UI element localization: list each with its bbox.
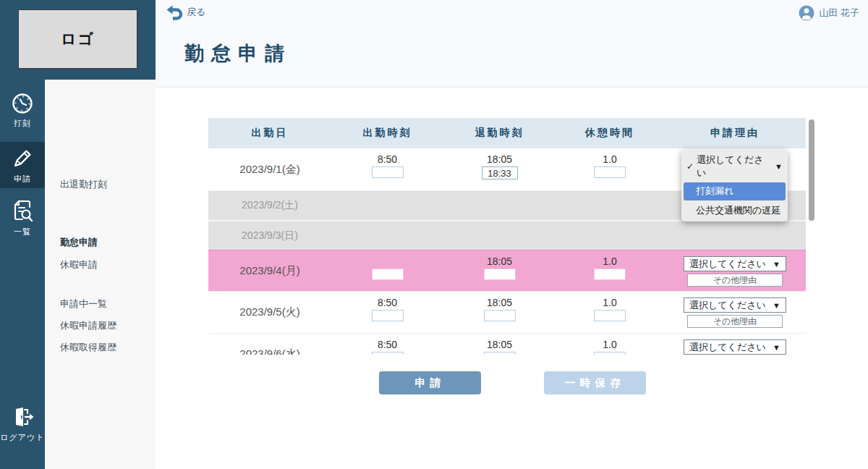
page-title: 勤怠申請 [184, 41, 292, 67]
back-arrow-icon [166, 4, 183, 20]
logout-icon [9, 405, 35, 430]
subnav-item-kyuka-shutoku-rireki[interactable]: 休暇取得履歴 [60, 341, 116, 354]
subnav-item-kyuka-shinsei-rireki[interactable]: 休暇申請履歴 [60, 319, 116, 332]
dropdown-option-placeholder[interactable]: ✓ 選択してください ▼ [681, 151, 788, 182]
clock-in-input[interactable] [372, 269, 404, 280]
break-time: 1.0 [603, 153, 616, 166]
clock-in-cell: 8:50 [331, 334, 443, 355]
date-cell: 2023/9/6(水) [208, 334, 331, 355]
logo: ロゴ [18, 9, 137, 69]
clock-in-time: 8:50 [378, 338, 397, 351]
clock-out-input[interactable] [482, 166, 518, 179]
reason-cell: 選択してください ▼ [664, 292, 806, 333]
date-cell: 2023/9/5(火) [208, 292, 331, 333]
clock-out-time: 18:05 [487, 255, 512, 268]
reason-select[interactable]: 選択してください ▼ [684, 339, 786, 355]
clock-in-time: 8:50 [378, 153, 397, 166]
clock-in-cell: 8:50 [331, 148, 443, 190]
clock-in-input[interactable] [372, 310, 404, 321]
rail-item-label: 打刻 [0, 118, 45, 129]
reason-dropdown-menu: ✓ 選択してください ▼ 打刻漏れ 公共交通機関の遅延 [681, 149, 788, 221]
table-scrollbar-thumb[interactable] [809, 119, 814, 221]
clock-out-time: 18:05 [487, 153, 512, 166]
clock-out-time: 18:05 [487, 338, 512, 351]
back-label: 戻る [187, 6, 205, 19]
table-header-row: 出勤日 出勤時刻 退勤時刻 休憩時間 申請理由 [208, 118, 806, 148]
brand-block: ロゴ [0, 0, 156, 80]
rail-item-ichiran[interactable]: 一覧 [0, 191, 45, 243]
table-row-highlighted: 2023/9/4(月) 18:05 1.0 選択してください ▼ [208, 250, 806, 291]
dropdown-arrow-icon: ▼ [773, 260, 780, 269]
logout-button[interactable]: ログアウト [0, 400, 45, 450]
subnav: 出退勤打刻 勤怠申請 休暇申請 申請中一覧 休暇申請履歴 休暇取得履歴 [45, 80, 156, 469]
break-time: 1.0 [603, 296, 616, 309]
break-cell: 1.0 [556, 148, 664, 190]
table-row: 2023/9/5(火) 8:50 18:05 1.0 選択してください ▼ [208, 291, 806, 333]
break-time: 1.0 [603, 338, 616, 351]
break-time: 1.0 [603, 255, 616, 268]
submit-button[interactable]: 申請 [379, 371, 481, 394]
save-draft-button[interactable]: 一時保存 [544, 371, 646, 394]
user-name: 山田 花子 [819, 7, 859, 20]
clock-in-cell [331, 250, 443, 291]
clock-out-cell: 18:05 [443, 148, 556, 190]
main-content: 戻る 山田 花子 勤怠申請 出勤日 出勤時刻 退勤時刻 休憩時間 申請理由 20… [156, 0, 868, 469]
clock-out-cell: 18:05 [443, 334, 556, 355]
rail-item-label: 一覧 [0, 227, 45, 237]
pencil-icon [9, 145, 35, 172]
clock-in-cell: 8:50 [331, 292, 443, 333]
dropdown-arrow-icon: ▼ [775, 162, 783, 171]
rail-item-shinsei[interactable]: 申請 [0, 142, 45, 188]
table-row: 2023/9/6(水) 8:50 18:05 1.0 選択してください ▼ [208, 333, 806, 355]
break-input[interactable] [594, 269, 626, 280]
check-icon: ✓ [686, 161, 694, 172]
dropdown-arrow-icon: ▼ [773, 343, 780, 352]
break-cell: 1.0 [556, 250, 664, 291]
list-search-icon [9, 197, 35, 224]
break-cell: 1.0 [556, 334, 664, 355]
col-header-clock-out: 退勤時刻 [443, 127, 556, 140]
clock-out-cell: 18:05 [443, 292, 556, 333]
logout-label: ログアウト [0, 432, 45, 443]
reason-select[interactable]: 選択してください ▼ [684, 297, 786, 313]
rail-item-dakoku[interactable]: 打刻 [0, 85, 45, 138]
date-cell: 2023/9/3(日) [208, 221, 331, 250]
break-input[interactable] [594, 352, 626, 355]
subnav-item-kyuka-shinsei[interactable]: 休暇申請 [60, 258, 98, 271]
clock-out-input[interactable] [484, 352, 516, 355]
other-reason-input[interactable] [687, 315, 783, 328]
subnav-item-shutsutaikin-dakoku[interactable]: 出退勤打刻 [60, 178, 107, 191]
clock-icon [10, 91, 35, 116]
date-cell: 2023/9/4(月) [208, 250, 331, 291]
dropdown-option-transit-delay[interactable]: 公共交通機関の遅延 [681, 201, 788, 219]
reason-select[interactable]: 選択してください ▼ [684, 256, 786, 271]
user-avatar-icon [799, 5, 814, 21]
clock-in-input[interactable] [372, 352, 404, 355]
break-input[interactable] [594, 310, 626, 321]
clock-out-input[interactable] [484, 310, 516, 321]
table-row: 2023/9/3(日) [208, 220, 806, 250]
subnav-item-kintai-shinsei[interactable]: 勤怠申請 [60, 236, 98, 249]
break-input[interactable] [594, 166, 626, 178]
clock-in-input[interactable] [372, 166, 404, 178]
col-header-break: 休憩時間 [556, 127, 664, 140]
col-header-clock-in: 出勤時刻 [331, 127, 443, 140]
date-cell: 2023/9/2(土) [208, 191, 331, 220]
reason-cell: 選択してください ▼ [664, 334, 806, 355]
clock-out-input[interactable] [484, 269, 516, 280]
clock-in-time: 8:50 [378, 296, 397, 309]
col-header-reason: 申請理由 [664, 127, 806, 140]
break-cell: 1.0 [556, 292, 664, 333]
col-header-date: 出勤日 [208, 127, 331, 140]
dropdown-arrow-icon: ▼ [773, 301, 780, 310]
user-chip[interactable]: 山田 花子 [799, 5, 859, 21]
back-button[interactable]: 戻る [166, 4, 205, 20]
other-reason-input[interactable] [687, 274, 783, 287]
clock-out-time: 18:05 [487, 296, 512, 309]
rail-item-label: 申請 [0, 174, 45, 185]
dropdown-option-dakoku-more[interactable]: 打刻漏れ [684, 182, 786, 200]
subnav-item-shinseichu-ichiran[interactable]: 申請中一覧 [60, 297, 107, 310]
date-cell: 2023/9/1(金) [208, 148, 331, 190]
reason-cell: 選択してください ▼ [664, 250, 806, 291]
clock-out-cell: 18:05 [443, 250, 556, 291]
